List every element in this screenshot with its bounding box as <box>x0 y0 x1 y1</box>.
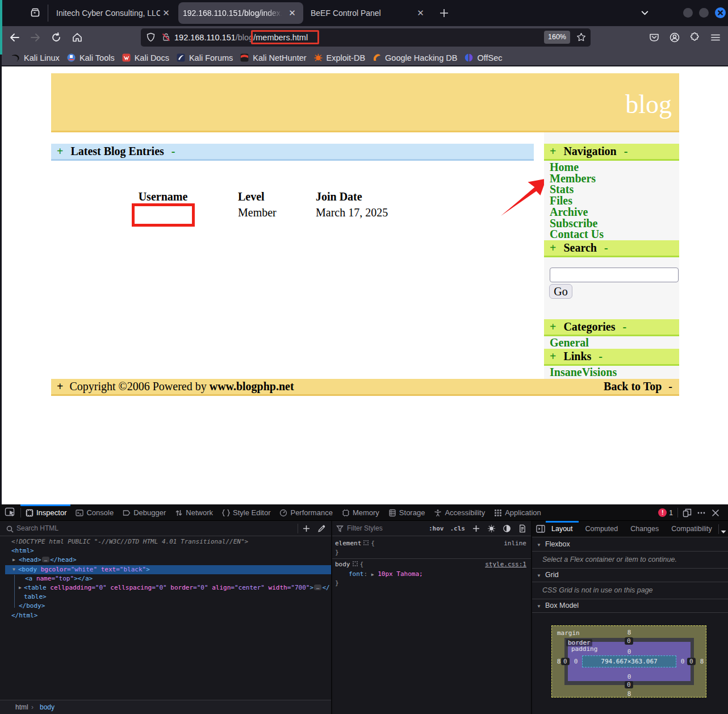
devtools-tab-debugger[interactable]: Debugger <box>118 504 170 521</box>
sidebar-tab-compatibility[interactable]: Compatibility <box>665 521 718 537</box>
sidebar-tab-layout[interactable]: Layout <box>546 521 579 537</box>
margin-bottom-value[interactable]: 8 <box>624 690 635 698</box>
sidebar-link-archive[interactable]: Archive <box>550 207 679 218</box>
devtools-tab-style-editor[interactable]: Style Editor <box>217 504 275 521</box>
extensions-puzzle-icon[interactable] <box>689 32 701 43</box>
search-go-button[interactable]: Go <box>549 284 572 299</box>
bookmark-google-hacking-db[interactable]: Google Hacking DB <box>372 53 457 62</box>
rule-selector[interactable]: element <box>335 540 361 547</box>
box-model-section-header[interactable]: ▼Box Model <box>532 599 728 613</box>
powered-by-link[interactable]: www.blogphp.net <box>210 380 294 393</box>
light-mode-sun-icon[interactable] <box>487 524 496 533</box>
bookmark-kali-forums[interactable]: Kali Forums <box>176 53 233 62</box>
markup-line[interactable]: <!DOCTYPE html PUBLIC "-//W3C//DTD HTML … <box>0 537 331 546</box>
border-bottom-value[interactable]: 0 <box>625 681 633 688</box>
account-icon[interactable] <box>669 32 680 43</box>
footer-back-to-top[interactable]: Back to Top- <box>604 379 672 394</box>
section-collapse-icon[interactable]: ▼ <box>537 600 541 613</box>
bookmark-kali-docs[interactable]: Kali Docs <box>122 53 169 62</box>
search-html-input[interactable]: Search HTML <box>16 524 58 532</box>
rule-element-open[interactable]: element{inline <box>332 539 531 548</box>
bookmark-kali-linux[interactable]: Kali Linux <box>11 53 60 62</box>
expand-link[interactable]: + <box>550 241 556 254</box>
tab-close-icon[interactable]: ✕ <box>161 8 171 18</box>
sidebar-toggle-icon[interactable] <box>536 525 545 533</box>
class-toggle[interactable]: .cls <box>450 525 466 532</box>
rule-body-open[interactable]: body{style.css:1 <box>332 560 531 569</box>
bookmark-offsec[interactable]: OffSec <box>464 53 502 62</box>
padding-right-value[interactable]: 0 <box>677 658 688 665</box>
collapsed-content-ellipsis[interactable]: … <box>42 557 49 562</box>
zoom-level-badge[interactable]: 160% <box>544 31 570 44</box>
menu-hamburger-icon[interactable] <box>710 32 721 43</box>
expand-link[interactable]: + <box>550 350 556 362</box>
section-collapse-icon[interactable]: ▼ <box>537 569 541 582</box>
expand-link[interactable]: + <box>550 320 556 333</box>
eyedropper-icon[interactable] <box>317 524 326 533</box>
back-to-top-label[interactable]: Back to Top <box>604 380 662 393</box>
expand-node-icon[interactable]: ▶ <box>12 556 18 565</box>
border-left-value[interactable]: 0 <box>561 658 570 665</box>
collapse-link[interactable]: - <box>599 350 603 362</box>
print-simulation-icon[interactable] <box>518 524 526 533</box>
category-link-general[interactable]: General <box>550 337 679 349</box>
collapse-node-icon[interactable]: ▼ <box>12 565 18 574</box>
devtools-tab-memory[interactable]: Memory <box>337 504 384 521</box>
back-button[interactable] <box>9 32 20 43</box>
sidebar-tab-changes[interactable]: Changes <box>624 521 665 537</box>
window-minimize-button[interactable] <box>683 8 693 18</box>
padding-bottom-value[interactable]: 0 <box>624 673 635 680</box>
border-right-value[interactable]: 0 <box>687 658 696 665</box>
markup-line[interactable]: </body> <box>0 602 331 611</box>
collapse-link[interactable]: - <box>171 145 175 157</box>
devtools-tab-accessibility[interactable]: Accessibility <box>429 504 489 521</box>
tab-close-icon[interactable]: ✕ <box>416 8 425 18</box>
element-picker-icon[interactable] <box>5 507 16 518</box>
reload-button[interactable] <box>51 32 62 43</box>
tracking-protection-shield-icon[interactable] <box>146 32 156 42</box>
error-badge-icon[interactable]: ! <box>658 508 667 517</box>
home-button[interactable] <box>72 32 83 43</box>
tab-close-icon[interactable]: ✕ <box>287 8 297 18</box>
dark-mode-contrast-icon[interactable] <box>503 524 511 533</box>
sidebar-tabs-dropdown-icon[interactable] <box>721 528 726 532</box>
collapse-link[interactable]: - <box>604 241 608 254</box>
devtools-tab-application[interactable]: Application <box>489 504 546 521</box>
sidebar-link-contact-us[interactable]: Contact Us <box>550 229 679 240</box>
browser-tab-1[interactable]: Initech Cyber Consulting, LLC✕ <box>50 0 177 26</box>
margin-top-value[interactable]: 8 <box>624 629 635 636</box>
browser-tab-2[interactable]: 192.168.110.151/blog/index.ph✕ <box>177 0 304 26</box>
markup-line[interactable]: ▶<table cellpadding="0" cellspacing="0" … <box>0 583 331 592</box>
devtools-tab-storage[interactable]: Storage <box>384 504 430 521</box>
selector-highlighter-icon[interactable] <box>363 539 369 544</box>
external-link-insanevisions[interactable]: InsaneVisions <box>550 367 679 378</box>
responsive-design-mode-icon[interactable] <box>683 508 692 517</box>
bookmark-kali-tools[interactable]: Kali Tools <box>66 53 115 62</box>
expand-link[interactable]: + <box>550 145 556 157</box>
rule-selector[interactable]: body <box>335 561 350 568</box>
rule-body-font-declaration[interactable]: font: ▶ 10px Tahoma; <box>332 570 531 579</box>
list-all-tabs-chevron-icon[interactable] <box>640 8 650 18</box>
insecure-lock-icon[interactable] <box>161 32 171 42</box>
border-top-value[interactable]: 0 <box>625 637 633 645</box>
breadcrumb-body[interactable]: body <box>40 700 55 714</box>
css-property-name[interactable]: font <box>349 570 364 578</box>
markup-line[interactable]: <a name="top"></a> <box>0 574 331 583</box>
expand-link[interactable]: + <box>57 380 63 393</box>
pocket-icon[interactable] <box>648 32 660 43</box>
expand-node-icon[interactable]: ▶ <box>19 583 24 592</box>
flexbox-section-header[interactable]: ▼Flexbox <box>532 538 728 552</box>
sidebar-link-files[interactable]: Files <box>550 195 679 207</box>
window-close-button[interactable] <box>715 7 726 18</box>
expand-shorthand-icon[interactable]: ▶ <box>371 572 374 577</box>
rule-location-stylesheet[interactable]: style.css:1 <box>485 560 526 569</box>
collapse-link[interactable]: - <box>624 145 628 157</box>
breadcrumb-html[interactable]: html <box>15 700 28 714</box>
devtools-tab-inspector[interactable]: Inspector <box>21 504 71 521</box>
meatball-menu-icon[interactable] <box>697 508 706 517</box>
firefox-view-icon[interactable] <box>30 7 41 18</box>
margin-right-value[interactable]: 8 <box>696 658 708 665</box>
grid-section-header[interactable]: ▼Grid <box>532 569 728 582</box>
css-property-value[interactable]: 10px Tahoma; <box>378 570 422 578</box>
filter-styles-input[interactable]: Filter Styles <box>347 524 383 532</box>
